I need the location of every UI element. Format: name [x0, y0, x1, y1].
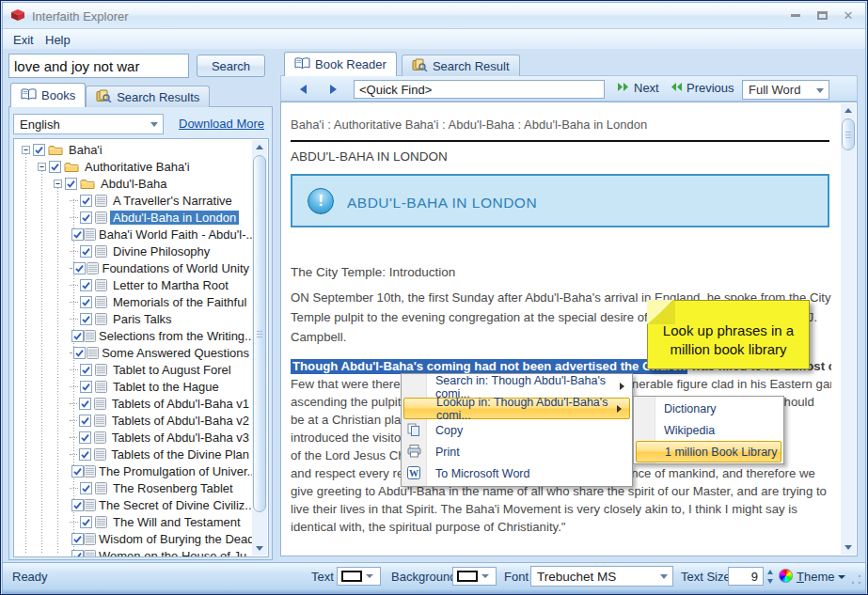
tree-item-label[interactable]: Tablets of Abdu'l-Baha v1 — [109, 397, 252, 411]
close-button[interactable]: ✕ — [842, 9, 855, 22]
context-menu-item[interactable]: Copy — [402, 419, 632, 441]
content-scrollbar-thumb[interactable] — [842, 118, 855, 150]
checkbox[interactable] — [73, 262, 86, 274]
checkbox[interactable] — [80, 211, 92, 224]
search-button[interactable]: Search — [197, 55, 265, 77]
tree-item-label[interactable]: Tablets of Abdu'l-Baha v3 — [109, 431, 252, 445]
checkbox[interactable] — [79, 398, 91, 410]
checkbox[interactable] — [80, 279, 92, 291]
tree-item-row[interactable]: Letter to Martha Root — [70, 276, 252, 293]
scroll-up-icon[interactable] — [841, 103, 856, 117]
text-color-select[interactable] — [337, 567, 381, 586]
checkbox[interactable] — [71, 533, 84, 545]
checkbox[interactable] — [71, 228, 84, 241]
submenu-item[interactable]: Wikipedia — [634, 419, 783, 441]
font-select[interactable]: Trebuchet MS — [530, 566, 673, 587]
checkbox[interactable] — [80, 381, 92, 393]
tree-item-row[interactable]: Some Answered Questions — [70, 344, 252, 361]
resize-grip[interactable] — [851, 574, 861, 585]
checkbox[interactable] — [80, 516, 92, 528]
content-scrollbar[interactable] — [841, 103, 856, 555]
text-selection[interactable]: Though Abdu'l-Baha's coming had not been… — [291, 359, 687, 374]
expand-collapse-icon[interactable] — [54, 180, 62, 188]
tree-item-label[interactable]: Authoritative Baha'i — [82, 160, 193, 174]
submenu-item[interactable]: Dictionary — [634, 398, 783, 419]
tree-item-label[interactable]: Memorials of the Faithful — [110, 295, 249, 309]
tree-item-row[interactable]: The Promulgation of Univer... — [70, 462, 252, 479]
tab-search-result[interactable]: Search Result — [402, 55, 520, 76]
tree-item-label[interactable]: Letter to Martha Root — [110, 278, 231, 292]
quick-find-input[interactable] — [354, 80, 605, 99]
tree-item-row[interactable]: Baha'i World Faith - Abdu'l-... — [70, 226, 252, 243]
background-color-select[interactable] — [452, 567, 497, 586]
theme-button[interactable]: Theme — [797, 570, 834, 584]
checkbox[interactable] — [71, 499, 84, 511]
tree-item-label[interactable]: Wisdom of Burying the Dead — [96, 532, 257, 546]
tree-item-row[interactable]: Tablets of Abdu'l-Baha v3 — [70, 429, 252, 446]
menu-exit[interactable]: Exit — [9, 32, 38, 48]
scroll-down-icon[interactable] — [841, 540, 856, 555]
tree-item-label[interactable]: A Traveller's Narrative — [110, 194, 235, 208]
search-input[interactable] — [8, 54, 189, 78]
tree-folder-row[interactable]: Authoritative Baha'i — [38, 158, 252, 175]
tree-item-row[interactable]: Abdu'l-Baha in London — [70, 209, 252, 226]
checkbox[interactable] — [80, 245, 92, 258]
context-menu-item[interactable]: Print — [402, 441, 632, 462]
checkbox[interactable] — [71, 550, 84, 558]
checkbox[interactable] — [80, 313, 92, 325]
tree-item-label[interactable]: Abdu'l-Baha in London — [110, 211, 239, 225]
tree-item-label[interactable]: The Promulgation of Univer... — [96, 464, 260, 478]
nav-forward-icon[interactable] — [323, 81, 343, 98]
tree-item-label[interactable]: Some Answered Questions — [99, 346, 252, 360]
tree-item-row[interactable]: The Will and Testament — [70, 513, 252, 530]
tree-item-row[interactable]: Memorials of the Faithful — [70, 293, 252, 310]
tree-item-label[interactable]: Foundations of World Unity — [99, 261, 252, 275]
checkbox[interactable] — [80, 482, 92, 494]
next-button[interactable]: Next — [617, 81, 659, 95]
tree-item-label[interactable]: Tablets of Abdu'l-Baha v2 — [109, 414, 252, 428]
checkbox[interactable] — [80, 195, 92, 207]
tree-item-label[interactable]: The Rosenberg Tablet — [110, 481, 236, 495]
tree-item-row[interactable]: Selections from the Writing... — [70, 327, 252, 344]
tab-books[interactable]: Books — [10, 83, 86, 107]
tree-item-label[interactable]: Women on the House of Ju... — [96, 549, 260, 558]
tab-search-results[interactable]: Search Results — [86, 86, 210, 107]
tree-item-row[interactable]: Tablet to the Hague — [70, 378, 252, 395]
scroll-up-icon[interactable] — [252, 140, 267, 154]
tree-item-label[interactable]: Tablets of the Divine Plan — [108, 447, 252, 462]
tree-item-label[interactable]: Paris Talks — [110, 312, 175, 326]
tree-item-row[interactable]: Paris Talks — [70, 310, 252, 327]
tree-item-row[interactable]: A Traveller's Narrative — [70, 192, 252, 209]
checkbox[interactable] — [33, 144, 45, 156]
spin-down-icon[interactable] — [767, 579, 773, 584]
context-menu-item[interactable]: WTo Microsoft Word — [402, 462, 632, 484]
expand-collapse-icon[interactable] — [38, 163, 46, 171]
tree-item-row[interactable]: Tablet to August Forel — [70, 361, 252, 378]
submenu-item[interactable]: 1 million Book Library — [636, 441, 781, 462]
tree-item-label[interactable]: Baha'i World Faith - Abdu'l-... — [96, 227, 259, 242]
scroll-down-icon[interactable] — [252, 541, 267, 556]
spin-up-icon[interactable] — [767, 570, 773, 574]
language-select[interactable]: English — [13, 114, 164, 134]
minimize-button[interactable] — [789, 9, 802, 22]
tree-item-label[interactable]: Tablet to the Hague — [110, 380, 222, 394]
tree-item-row[interactable]: Foundations of World Unity — [70, 259, 252, 276]
checkbox[interactable] — [71, 330, 84, 342]
maximize-button[interactable] — [815, 9, 829, 22]
context-menu-item[interactable]: Lookup in: Though Abdu'l-Baha's comi... — [403, 398, 630, 419]
tree-item-row[interactable]: Tablets of Abdu'l-Baha v2 — [70, 412, 252, 429]
checkbox[interactable] — [79, 431, 91, 444]
tree-folder-row[interactable]: Abdu'l-Baha — [54, 175, 252, 192]
checkbox[interactable] — [71, 465, 84, 478]
tree-folder-row[interactable]: Baha'i — [22, 141, 252, 158]
checkbox[interactable] — [80, 296, 92, 308]
expand-collapse-icon[interactable] — [22, 146, 30, 154]
tree-item-row[interactable]: Women on the House of Ju... — [70, 547, 252, 557]
tree-scrollbar[interactable] — [252, 140, 267, 556]
tree-item-row[interactable]: Wisdom of Burying the Dead — [70, 530, 252, 547]
checkbox[interactable] — [49, 161, 61, 173]
tree-scrollbar-thumb[interactable] — [253, 155, 266, 512]
checkbox[interactable] — [65, 178, 77, 190]
tree-item-row[interactable]: Tablets of Abdu'l-Baha v1 — [70, 395, 252, 412]
download-more-link[interactable]: Download More — [179, 117, 264, 131]
